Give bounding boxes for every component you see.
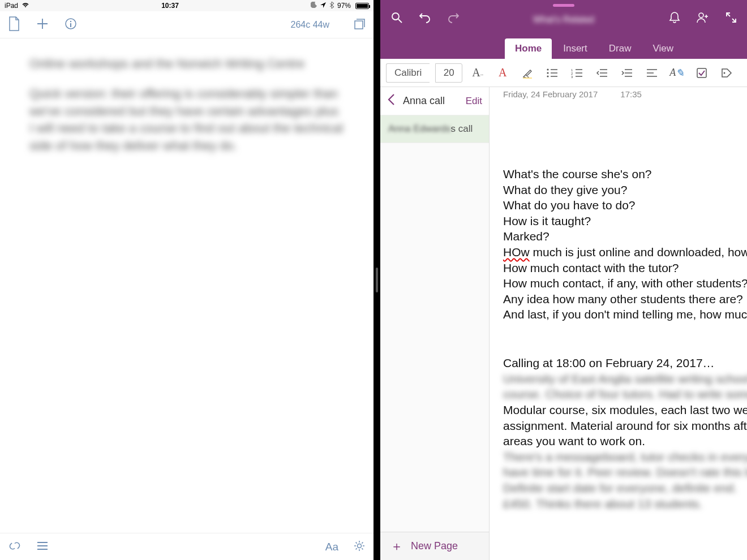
edit-button[interactable]: Edit bbox=[466, 96, 482, 107]
styles-icon[interactable]: A✎ bbox=[667, 63, 686, 83]
note-date: Friday, 24 February 2017 bbox=[503, 89, 598, 99]
info-icon[interactable] bbox=[65, 18, 77, 32]
svg-rect-2 bbox=[70, 23, 71, 27]
redo-icon[interactable] bbox=[447, 11, 460, 26]
search-icon[interactable] bbox=[390, 11, 403, 26]
back-chevron-icon[interactable] bbox=[387, 93, 395, 109]
note-line: What do they give you? bbox=[503, 183, 747, 197]
wifi-icon bbox=[22, 2, 29, 10]
bell-icon[interactable] bbox=[669, 11, 680, 26]
page-list-item[interactable]: Anna Edwardss call bbox=[380, 115, 489, 143]
note-body[interactable]: What's the course she's on? What do they… bbox=[490, 99, 747, 511]
note-canvas[interactable]: Friday, 24 February 2017 17:35 What's th… bbox=[490, 87, 747, 560]
location-icon bbox=[320, 2, 326, 10]
note-line: areas you want to work on. bbox=[503, 434, 747, 449]
add-icon[interactable] bbox=[36, 18, 49, 32]
tab-insert[interactable]: Insert bbox=[553, 38, 598, 59]
note-line: University of East Anglia satellite writ… bbox=[503, 372, 747, 386]
note-line: There's a messageboard, tutor checks in … bbox=[503, 450, 747, 464]
note-line: £450. Thinks there about 13 students. bbox=[503, 497, 747, 511]
status-time: 10:37 bbox=[161, 2, 179, 10]
svg-rect-7 bbox=[523, 77, 532, 79]
font-format-icon[interactable]: A.. bbox=[468, 63, 487, 83]
outdent-icon[interactable] bbox=[593, 63, 612, 83]
note-line: course. Choice of four tutors. Had to wr… bbox=[503, 387, 747, 402]
notebook-title[interactable]: What's Related bbox=[533, 15, 594, 25]
left-toolbar: 264c 44w bbox=[0, 11, 374, 38]
svg-point-6 bbox=[699, 13, 703, 18]
left-app: iPad 10:37 97% bbox=[0, 0, 374, 560]
ribbon: Calibri 20 A.. A 123 A✎ bbox=[380, 59, 747, 87]
onenote-titlebar: What's Related bbox=[380, 0, 747, 37]
svg-point-5 bbox=[392, 13, 399, 20]
font-size-select[interactable]: 20 bbox=[435, 63, 462, 83]
dnd-moon-icon bbox=[311, 2, 317, 10]
bluetooth-icon bbox=[329, 2, 334, 10]
ios-status-bar: iPad 10:37 97% bbox=[0, 0, 374, 11]
font-color-icon[interactable]: A bbox=[493, 63, 512, 83]
note-line: How is it taught? bbox=[503, 214, 747, 229]
device-label: iPad bbox=[5, 2, 18, 10]
tags-icon[interactable] bbox=[717, 63, 736, 83]
svg-point-15 bbox=[724, 72, 725, 74]
battery-percent: 97% bbox=[337, 2, 351, 10]
tab-draw[interactable]: Draw bbox=[599, 38, 642, 59]
page-sidebar: Anna call Edit Anna Edwardss call ＋ New … bbox=[380, 87, 490, 560]
note-line: Modular course, six modules, each last t… bbox=[503, 403, 747, 417]
section-title[interactable]: Anna call bbox=[403, 95, 458, 107]
font-icon[interactable]: Aa bbox=[325, 541, 338, 553]
numbering-icon[interactable]: 123 bbox=[568, 63, 587, 83]
undo-icon[interactable] bbox=[419, 11, 431, 26]
note-line: assignment. Material around for six mont… bbox=[503, 419, 747, 433]
align-icon[interactable] bbox=[642, 63, 662, 83]
left-document-content[interactable]: Online workshops and the Norwich Writing… bbox=[0, 38, 374, 533]
left-bottom-toolbar: Aa bbox=[0, 533, 374, 560]
battery-icon bbox=[355, 3, 369, 9]
note-time: 17:35 bbox=[620, 89, 642, 99]
svg-text:3: 3 bbox=[571, 75, 573, 78]
note-line: How much contact, if any, with other stu… bbox=[503, 276, 747, 291]
font-name-select[interactable]: Calibri bbox=[386, 63, 430, 83]
link-icon[interactable] bbox=[8, 539, 22, 555]
svg-point-10 bbox=[547, 75, 549, 77]
note-line: Marked? bbox=[503, 229, 747, 244]
svg-point-4 bbox=[358, 544, 362, 548]
todo-tag-icon[interactable] bbox=[692, 63, 711, 83]
document-icon[interactable] bbox=[8, 16, 20, 33]
svg-rect-3 bbox=[355, 21, 363, 29]
page-list: Anna Edwardss call bbox=[380, 115, 489, 532]
gear-icon[interactable] bbox=[353, 540, 366, 554]
left-body: Quick version: their offering is conside… bbox=[29, 85, 344, 155]
fullscreen-icon[interactable] bbox=[725, 12, 737, 25]
share-person-icon[interactable] bbox=[696, 11, 710, 26]
onenote-app: What's Related Home Insert Draw View Cal… bbox=[380, 0, 747, 560]
pages-icon[interactable] bbox=[353, 18, 366, 32]
note-line: What's the course she's on? bbox=[503, 167, 747, 182]
tab-home[interactable]: Home bbox=[505, 38, 552, 59]
svg-point-9 bbox=[547, 72, 549, 74]
new-page-label: New Page bbox=[411, 540, 458, 552]
svg-point-1 bbox=[70, 20, 71, 21]
word-count: 264c 44w bbox=[291, 20, 330, 30]
note-line: Calling at 18:00 on February 24, 2017… bbox=[503, 356, 747, 371]
left-heading: Online workshops and the Norwich Writing… bbox=[29, 55, 344, 73]
note-line: What do you have to do? bbox=[503, 198, 747, 213]
note-line: HOw much is just online and downloaded, … bbox=[503, 245, 747, 260]
note-line: have time for it. Peer review. Doesn't r… bbox=[503, 465, 747, 480]
svg-point-8 bbox=[547, 68, 549, 70]
highlight-icon[interactable] bbox=[518, 63, 537, 83]
window-grabber[interactable] bbox=[553, 4, 574, 7]
indent-icon[interactable] bbox=[617, 63, 637, 83]
note-line: And last, if you don't mind telling me, … bbox=[503, 307, 747, 322]
ribbon-tabs: Home Insert Draw View bbox=[380, 37, 747, 59]
plus-icon: ＋ bbox=[390, 538, 403, 555]
split-divider[interactable] bbox=[374, 0, 380, 560]
note-line: Definite start date for everyone, defini… bbox=[503, 481, 747, 496]
note-line: How much contact with the tutor? bbox=[503, 261, 747, 275]
note-line: Any idea how many other students there a… bbox=[503, 292, 747, 307]
list-icon[interactable] bbox=[36, 541, 49, 553]
tab-view[interactable]: View bbox=[642, 38, 684, 59]
bullets-icon[interactable] bbox=[543, 63, 562, 83]
new-page-button[interactable]: ＋ New Page bbox=[380, 532, 489, 560]
svg-rect-14 bbox=[697, 68, 706, 77]
